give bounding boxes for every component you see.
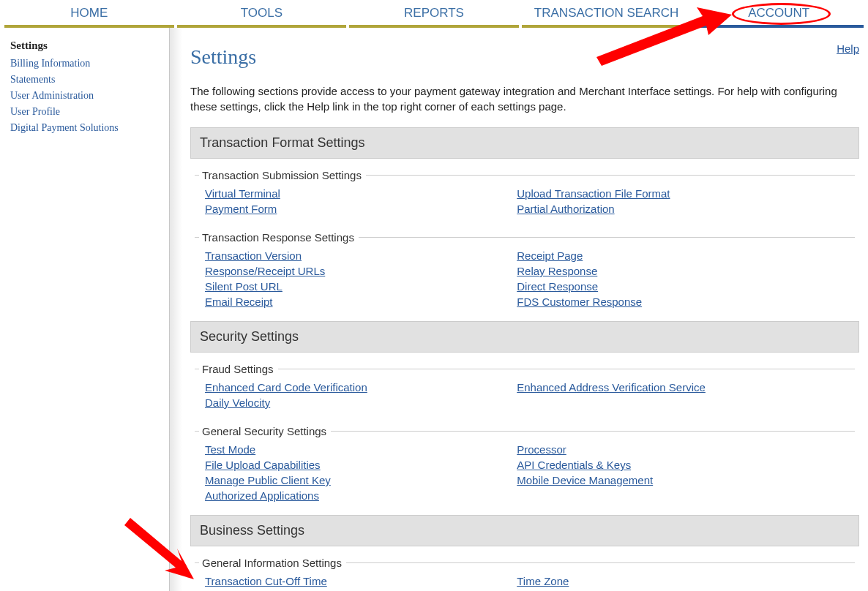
link-email-receipt[interactable]: Email Receipt — [205, 296, 517, 308]
sidebar-link-digital-payment-solutions[interactable]: Digital Payment Solutions — [10, 122, 160, 134]
section-header-business: Business Settings — [190, 515, 859, 546]
top-nav: HOME TOOLS REPORTS TRANSACTION SEARCH AC… — [0, 0, 868, 28]
link-transaction-version[interactable]: Transaction Version — [205, 249, 517, 262]
link-direct-response[interactable]: Direct Response — [517, 280, 828, 293]
link-upload-transaction-file-format[interactable]: Upload Transaction File Format — [517, 187, 828, 200]
sidebar-heading: Settings — [10, 39, 160, 52]
nav-tab-transaction-search[interactable]: TRANSACTION SEARCH — [522, 0, 692, 28]
legend-transaction-response: Transaction Response Settings — [199, 231, 359, 244]
sidebar-link-statements[interactable]: Statements — [10, 74, 160, 86]
legend-fraud: Fraud Settings — [199, 363, 278, 375]
link-transaction-cut-off-time[interactable]: Transaction Cut-Off Time — [205, 575, 517, 587]
help-link[interactable]: Help — [837, 42, 859, 55]
link-test-mode[interactable]: Test Mode — [205, 443, 517, 456]
nav-tab-home[interactable]: HOME — [4, 0, 174, 28]
link-file-upload-capabilities[interactable]: File Upload Capabilities — [205, 459, 517, 471]
link-processor[interactable]: Processor — [517, 443, 828, 456]
link-fds-customer-response[interactable]: FDS Customer Response — [517, 296, 828, 308]
link-silent-post-url[interactable]: Silent Post URL — [205, 280, 517, 293]
page-title: Settings — [190, 45, 859, 69]
link-response-receipt-urls[interactable]: Response/Receipt URLs — [205, 265, 517, 277]
legend-general-security: General Security Settings — [199, 425, 331, 437]
link-relay-response[interactable]: Relay Response — [517, 265, 828, 277]
intro-text: The following sections provide access to… — [190, 83, 859, 114]
legend-general-information: General Information Settings — [199, 557, 346, 569]
nav-tab-account[interactable]: ACCOUNT — [694, 0, 864, 28]
main-content: Help Settings The following sections pro… — [170, 28, 868, 591]
link-payment-form[interactable]: Payment Form — [205, 203, 517, 215]
link-authorized-applications[interactable]: Authorized Applications — [205, 489, 517, 502]
link-enhanced-card-code-verification[interactable]: Enhanced Card Code Verification — [205, 381, 517, 394]
link-daily-velocity[interactable]: Daily Velocity — [205, 396, 517, 409]
link-receipt-page[interactable]: Receipt Page — [517, 249, 828, 262]
link-enhanced-address-verification-service[interactable]: Enhanced Address Verification Service — [517, 381, 828, 394]
fieldset-transaction-submission: Transaction Submission Settings Virtual … — [195, 169, 855, 221]
link-partial-authorization[interactable]: Partial Authorization — [517, 203, 828, 215]
sidebar-link-billing-information[interactable]: Billing Information — [10, 58, 160, 69]
fieldset-transaction-response: Transaction Response Settings Transactio… — [195, 231, 855, 314]
section-header-security: Security Settings — [190, 321, 859, 353]
legend-transaction-submission: Transaction Submission Settings — [199, 169, 366, 181]
section-header-transaction-format: Transaction Format Settings — [190, 127, 859, 159]
link-api-credentials-keys[interactable]: API Credentials & Keys — [517, 459, 828, 471]
fieldset-general-information: General Information Settings Transaction… — [195, 557, 855, 591]
nav-tab-reports[interactable]: REPORTS — [349, 0, 519, 28]
sidebar: Settings Billing Information Statements … — [0, 28, 170, 591]
fieldset-general-security: General Security Settings Test Mode Proc… — [195, 425, 855, 508]
fieldset-fraud: Fraud Settings Enhanced Card Code Verifi… — [195, 363, 855, 415]
nav-tab-tools[interactable]: TOOLS — [177, 0, 347, 28]
link-manage-public-client-key[interactable]: Manage Public Client Key — [205, 474, 517, 486]
link-mobile-device-management[interactable]: Mobile Device Management — [517, 474, 828, 486]
link-time-zone[interactable]: Time Zone — [517, 575, 828, 587]
sidebar-link-user-administration[interactable]: User Administration — [10, 90, 160, 102]
link-virtual-terminal[interactable]: Virtual Terminal — [205, 187, 517, 200]
sidebar-link-user-profile[interactable]: User Profile — [10, 106, 160, 118]
